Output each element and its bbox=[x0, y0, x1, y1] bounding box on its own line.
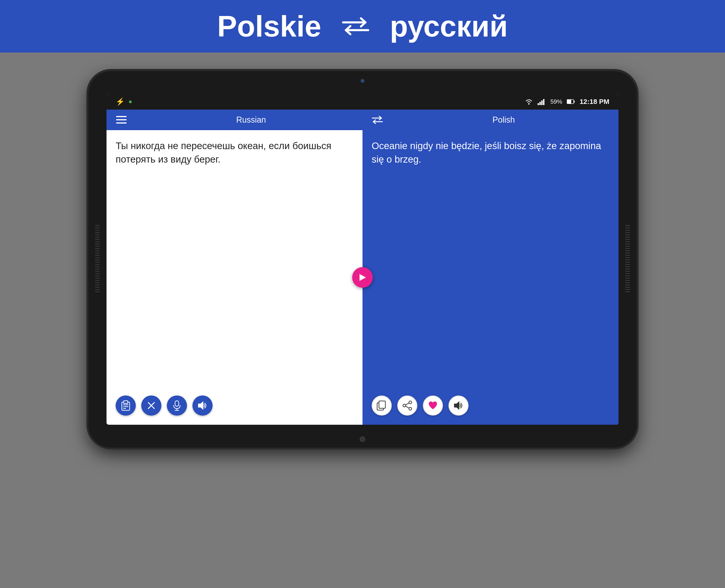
clear-button[interactable] bbox=[141, 396, 161, 416]
target-text: Oceanie nigdy nie będzie, jeśli boisz si… bbox=[371, 139, 609, 391]
svg-rect-8 bbox=[567, 100, 571, 103]
camera bbox=[360, 79, 365, 83]
svg-line-33 bbox=[406, 406, 409, 408]
battery-icon bbox=[567, 99, 575, 104]
tablet-wrapper: ⚡ ● bbox=[88, 71, 637, 447]
svg-marker-25 bbox=[198, 402, 203, 409]
svg-rect-3 bbox=[538, 103, 539, 105]
svg-rect-16 bbox=[124, 401, 128, 403]
top-banner: Polskie русский bbox=[0, 0, 725, 52]
svg-rect-22 bbox=[175, 401, 179, 406]
svg-point-2 bbox=[528, 103, 529, 105]
svg-rect-5 bbox=[541, 101, 543, 105]
header-swap-button[interactable] bbox=[366, 115, 389, 124]
banner-swap-icon[interactable] bbox=[340, 15, 371, 38]
source-actions bbox=[116, 391, 354, 420]
header-source-lang[interactable]: Russian bbox=[136, 115, 366, 125]
usb-icon: ⚡ bbox=[116, 97, 125, 106]
copy-button[interactable] bbox=[371, 396, 392, 416]
status-time: 12:18 PM bbox=[580, 98, 609, 105]
svg-rect-12 bbox=[116, 122, 127, 124]
svg-marker-34 bbox=[455, 402, 459, 409]
svg-rect-9 bbox=[574, 101, 575, 103]
source-speaker-button[interactable] bbox=[193, 396, 213, 416]
svg-rect-28 bbox=[379, 401, 385, 408]
favorite-button[interactable] bbox=[423, 396, 443, 416]
banner-source-lang[interactable]: Polskie bbox=[217, 9, 321, 43]
hamburger-icon bbox=[116, 116, 127, 124]
status-bar: ⚡ ● bbox=[106, 93, 619, 110]
clipboard-button[interactable] bbox=[116, 396, 136, 416]
app-header: Russian Polish bbox=[106, 110, 619, 130]
battery-text: 59% bbox=[550, 98, 562, 105]
source-panel: Ты никогда не пересечешь океан, если бои… bbox=[106, 130, 363, 425]
target-speaker-button[interactable] bbox=[448, 396, 468, 416]
status-left-icons: ⚡ ● bbox=[116, 97, 132, 106]
source-text[interactable]: Ты никогда не пересечешь океан, если бои… bbox=[116, 139, 354, 391]
menu-button[interactable] bbox=[106, 110, 136, 130]
status-right-icons: 59% 12:18 PM bbox=[525, 98, 609, 105]
main-content: Ты никогда не пересечешь океан, если бои… bbox=[106, 130, 619, 425]
svg-marker-26 bbox=[360, 274, 366, 281]
share-button[interactable] bbox=[397, 396, 417, 416]
signal-icon bbox=[538, 98, 546, 105]
home-button[interactable] bbox=[360, 436, 365, 442]
mic-button[interactable] bbox=[167, 396, 187, 416]
banner-target-lang[interactable]: русский bbox=[390, 9, 508, 43]
svg-rect-6 bbox=[543, 99, 544, 105]
target-actions bbox=[371, 391, 609, 420]
svg-point-31 bbox=[409, 407, 411, 410]
tablet-device: ⚡ ● bbox=[88, 71, 637, 447]
svg-line-32 bbox=[406, 403, 409, 405]
svg-point-30 bbox=[403, 404, 406, 407]
svg-rect-11 bbox=[116, 119, 127, 120]
svg-rect-4 bbox=[539, 102, 541, 105]
screen: ⚡ ● bbox=[106, 93, 619, 425]
target-panel: Oceanie nigdy nie będzie, jeśli boisz si… bbox=[363, 130, 619, 425]
svg-rect-10 bbox=[116, 116, 127, 117]
app-indicator-icon: ● bbox=[128, 98, 132, 105]
wifi-icon bbox=[525, 98, 533, 105]
translate-fab[interactable] bbox=[352, 267, 373, 288]
svg-point-29 bbox=[409, 401, 411, 404]
header-target-lang[interactable]: Polish bbox=[389, 115, 619, 125]
